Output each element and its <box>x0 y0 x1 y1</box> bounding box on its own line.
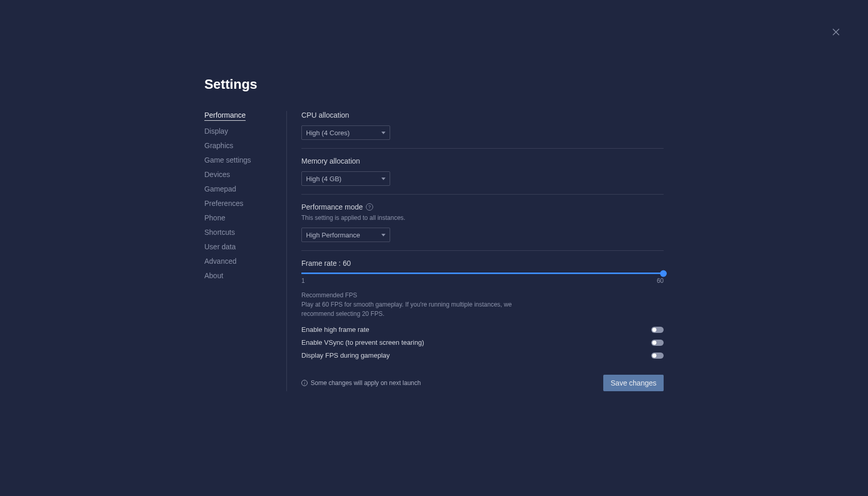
sidebar-item-phone[interactable]: Phone <box>204 214 225 222</box>
display-fps-toggle[interactable] <box>651 353 664 359</box>
save-changes-button[interactable]: Save changes <box>603 375 664 391</box>
chevron-down-icon <box>381 178 385 180</box>
sidebar-item-user-data[interactable]: User data <box>204 243 236 251</box>
info-icon: i <box>301 380 308 386</box>
close-icon <box>832 28 840 36</box>
sidebar-item-advanced[interactable]: Advanced <box>204 257 236 265</box>
chevron-down-icon <box>381 234 385 236</box>
recommended-fps-title: Recommended FPS <box>301 292 664 299</box>
performance-mode-dropdown[interactable]: High Performance <box>301 228 390 242</box>
cpu-allocation-label: CPU allocation <box>301 111 664 119</box>
help-icon[interactable]: ? <box>366 203 373 211</box>
chevron-down-icon <box>381 132 385 134</box>
frame-rate-label: Frame rate : 60 <box>301 259 664 267</box>
sidebar-item-game-settings[interactable]: Game settings <box>204 156 251 164</box>
toggle-knob <box>652 328 656 332</box>
cpu-allocation-value: High (4 Cores) <box>306 129 350 137</box>
page-title: Settings <box>204 76 664 92</box>
frame-rate-max: 60 <box>657 277 664 284</box>
performance-mode-subtext: This setting is applied to all instances… <box>301 214 664 221</box>
sidebar-item-graphics[interactable]: Graphics <box>204 141 233 150</box>
sidebar: Performance Display Graphics Game settin… <box>204 111 287 391</box>
vsync-label: Enable VSync (to prevent screen tearing) <box>301 339 424 346</box>
sidebar-item-preferences[interactable]: Preferences <box>204 199 243 207</box>
memory-allocation-dropdown[interactable]: High (4 GB) <box>301 171 390 186</box>
sidebar-item-about[interactable]: About <box>204 271 223 280</box>
sidebar-item-performance[interactable]: Performance <box>204 111 246 121</box>
memory-allocation-value: High (4 GB) <box>306 175 342 183</box>
sidebar-item-shortcuts[interactable]: Shortcuts <box>204 228 235 236</box>
toggle-knob <box>652 341 656 345</box>
sidebar-item-devices[interactable]: Devices <box>204 170 230 179</box>
high-frame-rate-toggle[interactable] <box>651 327 664 333</box>
sidebar-item-display[interactable]: Display <box>204 127 228 135</box>
settings-panel: CPU allocation High (4 Cores) Memory all… <box>287 111 664 391</box>
recommended-fps-text: Play at 60 FPS for smooth gameplay. If y… <box>301 300 528 318</box>
cpu-allocation-dropdown[interactable]: High (4 Cores) <box>301 125 390 140</box>
close-button[interactable] <box>829 25 843 39</box>
display-fps-label: Display FPS during gameplay <box>301 351 390 359</box>
frame-rate-min: 1 <box>301 277 305 284</box>
vsync-toggle[interactable] <box>651 340 664 346</box>
footer-note: i Some changes will apply on next launch <box>301 379 421 387</box>
performance-mode-label: Performance mode ? <box>301 203 664 211</box>
slider-thumb[interactable] <box>660 270 667 277</box>
sidebar-item-gamepad[interactable]: Gamepad <box>204 185 236 193</box>
toggle-knob <box>652 354 656 358</box>
frame-rate-slider[interactable] <box>301 273 664 274</box>
high-frame-rate-label: Enable high frame rate <box>301 326 369 333</box>
memory-allocation-label: Memory allocation <box>301 157 664 165</box>
performance-mode-value: High Performance <box>306 231 360 239</box>
